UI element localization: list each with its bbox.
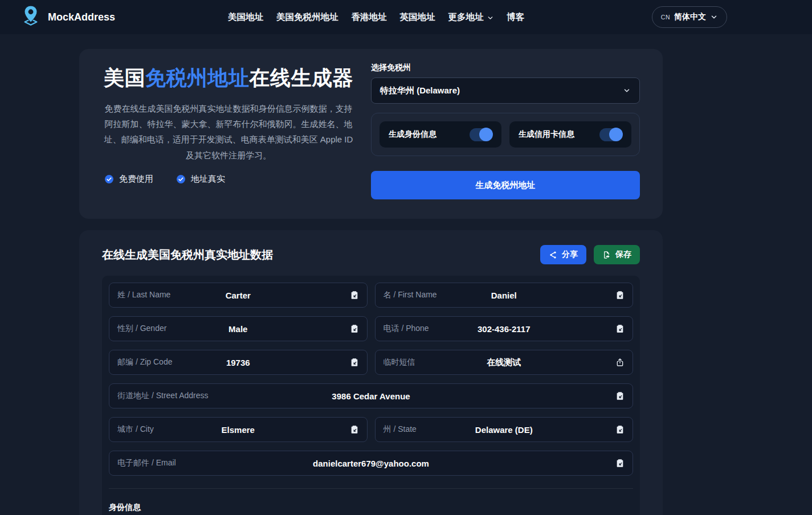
- nav-item[interactable]: 美国地址: [228, 11, 263, 23]
- toggle-switch[interactable]: [599, 128, 622, 141]
- external-link-icon[interactable]: [615, 358, 625, 367]
- copy-icon[interactable]: [350, 425, 359, 434]
- nav-item[interactable]: 更多地址: [448, 11, 494, 23]
- toggle-label: 生成身份信息: [389, 129, 436, 140]
- brand-name: MockAddress: [48, 11, 115, 23]
- nav-links: 美国地址美国免税州地址香港地址英国地址更多地址博客: [228, 11, 525, 23]
- save-button[interactable]: 保存: [594, 245, 640, 264]
- feature-badge: 地址真实: [176, 174, 225, 185]
- field-row: 州 / StateDelaware (DE): [375, 417, 634, 442]
- copy-icon[interactable]: [615, 391, 625, 400]
- file-export-icon: [602, 251, 611, 259]
- copy-icon[interactable]: [615, 459, 625, 468]
- copy-icon[interactable]: [350, 358, 359, 367]
- field-value: danielcarter679@yahoo.com: [313, 459, 429, 468]
- field-label: 姓 / Last Name: [117, 290, 170, 300]
- check-circle-icon: [104, 174, 114, 184]
- field-value: Male: [228, 324, 247, 334]
- chevron-down-icon: [487, 13, 494, 22]
- copy-icon[interactable]: [615, 324, 625, 333]
- field-row: 名 / First NameDaniel: [375, 283, 634, 308]
- state-select-label: 选择免税州: [371, 63, 640, 73]
- share-nodes-icon: [549, 251, 557, 259]
- field-row: 电话 / Phone302-436-2117: [375, 316, 634, 341]
- field-row: 城市 / CityElsmere: [109, 417, 368, 442]
- page-container: 美国免税州地址在线生成器 免费在线生成美国免税州真实地址数据和身份信息示例数据，…: [0, 49, 812, 515]
- navbar: MockAddress 美国地址美国免税州地址香港地址英国地址更多地址博客 CN…: [0, 0, 812, 34]
- state-select-value: 特拉华州 (Delaware): [380, 85, 460, 96]
- field-value: Daniel: [491, 291, 517, 300]
- field-label: 州 / State: [383, 424, 417, 435]
- language-code: CN: [661, 14, 670, 21]
- field-row: 街道地址 / Street Address3986 Cedar Avenue: [109, 383, 633, 408]
- toggle-card: 生成身份信息: [380, 121, 501, 148]
- section-divider: [109, 488, 633, 489]
- nav-item[interactable]: 英国地址: [400, 11, 435, 23]
- field-label: 性别 / Gender: [117, 324, 166, 334]
- copy-icon[interactable]: [615, 291, 625, 300]
- field-label: 邮编 / Zip Code: [117, 357, 172, 367]
- field-label: 电话 / Phone: [383, 324, 429, 334]
- generator-controls: 选择免税州 特拉华州 (Delaware) 生成身份信息生成信用卡信息 生成免税…: [371, 62, 640, 199]
- copy-icon[interactable]: [615, 425, 625, 434]
- copy-icon[interactable]: [350, 324, 359, 333]
- nav-item[interactable]: 美国免税州地址: [276, 11, 338, 23]
- copy-icon[interactable]: [350, 291, 359, 300]
- hero-card: 美国免税州地址在线生成器 免费在线生成美国免税州真实地址数据和身份信息示例数据，…: [79, 49, 663, 219]
- field-value: 在线测试: [487, 357, 521, 368]
- toggle-group: 生成身份信息生成信用卡信息: [371, 113, 640, 156]
- chevron-down-icon: [710, 13, 718, 21]
- hero-intro: 美国免税州地址在线生成器 免费在线生成美国免税州真实地址数据和身份信息示例数据，…: [102, 62, 355, 199]
- field-label: 临时短信: [383, 357, 415, 367]
- hero-badges: 免费使用地址真实: [102, 174, 355, 185]
- field-label: 城市 / City: [117, 424, 154, 435]
- identity-section-heading: 身份信息: [109, 502, 633, 513]
- field-row: 临时短信在线测试: [375, 350, 634, 375]
- results-header: 在线生成美国免税州真实地址数据 分享 保存: [102, 245, 640, 264]
- nav-item[interactable]: 博客: [507, 11, 525, 23]
- address-data-panel: 姓 / Last NameCarter名 / First NameDaniel性…: [102, 276, 640, 515]
- results-section: 在线生成美国免税州真实地址数据 分享 保存 姓 / Last NameCarte…: [79, 230, 663, 515]
- state-select[interactable]: 特拉华州 (Delaware): [371, 77, 640, 104]
- field-value: 302-436-2117: [478, 324, 531, 334]
- results-actions: 分享 保存: [540, 245, 640, 264]
- field-label: 街道地址 / Street Address: [117, 391, 209, 401]
- field-value: Elsmere: [222, 425, 255, 435]
- toggle-switch[interactable]: [470, 128, 492, 141]
- field-value: Delaware (DE): [475, 425, 533, 435]
- language-selector[interactable]: CN 简体中文: [652, 6, 727, 28]
- results-title: 在线生成美国免税州真实地址数据: [102, 247, 273, 263]
- generate-button[interactable]: 生成免税州地址: [371, 171, 640, 199]
- brand-logo[interactable]: MockAddress: [19, 3, 115, 31]
- language-label: 简体中文: [674, 12, 706, 22]
- fields-grid: 姓 / Last NameCarter名 / First NameDaniel性…: [109, 283, 633, 476]
- page-title: 美国免税州地址在线生成器: [102, 64, 355, 92]
- field-label: 名 / First Name: [383, 290, 437, 300]
- chevron-down-icon: [623, 87, 631, 95]
- field-label: 电子邮件 / Email: [117, 458, 176, 468]
- hero-description: 免费在线生成美国免税州真实地址数据和身份信息示例数据，支持阿拉斯加、特拉华、蒙大…: [102, 101, 355, 163]
- check-circle-icon: [176, 174, 186, 184]
- share-button[interactable]: 分享: [540, 245, 586, 264]
- field-value: 19736: [226, 358, 250, 367]
- field-row: 性别 / GenderMale: [109, 316, 368, 341]
- toggle-card: 生成信用卡信息: [509, 121, 631, 148]
- nav-item[interactable]: 香港地址: [352, 11, 387, 23]
- field-value: Carter: [226, 291, 251, 300]
- field-value: 3986 Cedar Avenue: [332, 391, 410, 401]
- feature-badge: 免费使用: [104, 174, 153, 185]
- map-pin-icon: [19, 3, 42, 31]
- field-row: 电子邮件 / Emaildanielcarter679@yahoo.com: [109, 451, 633, 476]
- toggle-label: 生成信用卡信息: [519, 129, 574, 140]
- field-row: 邮编 / Zip Code19736: [109, 350, 368, 375]
- field-row: 姓 / Last NameCarter: [109, 283, 368, 308]
